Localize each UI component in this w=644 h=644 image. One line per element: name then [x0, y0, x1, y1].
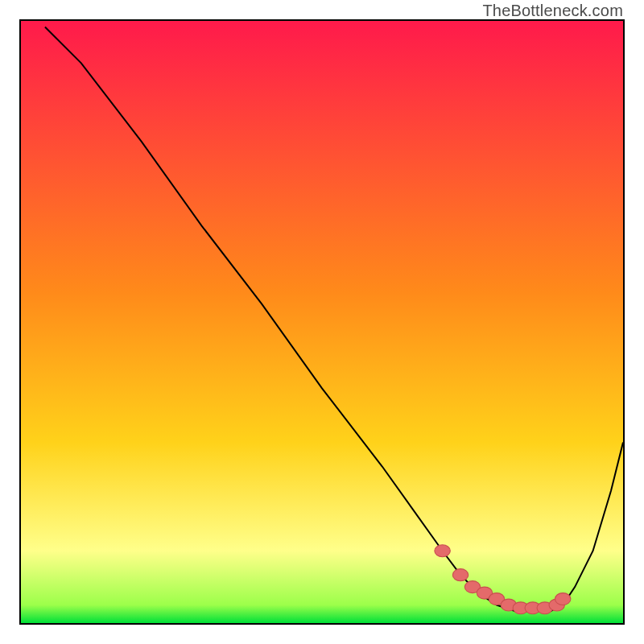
chart-frame: [19, 19, 625, 625]
marker-dot: [435, 545, 450, 557]
watermark-text: TheBottleneck.com: [482, 2, 623, 20]
chart-plot: [21, 21, 623, 623]
chart-background-gradient: [21, 21, 623, 623]
marker-dot: [555, 593, 570, 605]
marker-dot: [452, 569, 468, 581]
